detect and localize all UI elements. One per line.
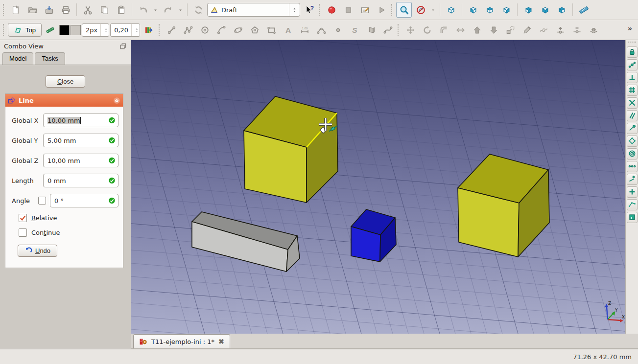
draft-add-point-button[interactable] [552,22,568,38]
macro-edit-button[interactable] [357,2,373,18]
float-panel-icon[interactable] [119,43,127,50]
snap-special-button[interactable] [627,136,638,147]
snap-dimensions-button[interactable] [627,199,638,210]
draft-wire-button[interactable] [180,22,196,38]
snap-midpoint-button[interactable] [627,59,638,70]
draft-circle-button[interactable] [197,22,213,38]
undo-task-button[interactable]: Undo [18,245,57,257]
draft-shape2dview-button[interactable] [586,22,601,38]
draft-settings-grip[interactable] [3,24,5,36]
snap-ortho-button[interactable] [627,161,638,172]
draft-delete-point-button[interactable] [569,22,585,38]
draft-rectangle-button[interactable] [263,22,279,38]
snap-lock-button[interactable] [627,46,638,58]
draft-dimension-button[interactable]: 1.00 [297,22,312,38]
draft-point-button[interactable] [330,22,346,38]
global-z-field[interactable]: 10,00 mm [43,154,118,167]
refresh-button[interactable] [190,2,206,18]
draft-tools-grip[interactable] [159,24,161,36]
draft-trimex-button[interactable] [452,22,468,38]
draft-ellipse-button[interactable] [230,22,246,38]
modify-tools-grip[interactable] [398,24,400,36]
macro-play-button[interactable] [374,2,389,18]
draft-move-button[interactable] [402,22,418,38]
global-y-field[interactable]: 5,00 mm [43,134,118,147]
draft-facebinder-button[interactable] [363,22,379,38]
relative-checkbox[interactable] [19,214,27,222]
macro-stop-button[interactable] [340,2,356,18]
snap-toolbar-grip[interactable] [628,42,636,44]
draft-offset-button[interactable] [436,22,451,38]
draft-bspline-button[interactable] [313,22,329,38]
snap-extension-button[interactable] [627,186,638,198]
draft-arc-button[interactable] [213,22,229,38]
snap-near-button[interactable] [627,174,638,185]
angle-field[interactable]: 0 ° [50,194,118,207]
undo-button[interactable] [135,2,151,18]
snap-endpoint-button[interactable] [627,123,638,134]
length-field[interactable]: 0 mm [43,174,118,187]
working-plane-button[interactable]: Top [8,23,42,37]
snap-perpendicular-button[interactable] [627,72,638,83]
global-x-field[interactable]: 10,00 mm [43,114,118,127]
draft-upgrade-button[interactable] [469,22,485,38]
construction-mode-button[interactable] [43,22,58,38]
3d-viewport[interactable]: ZYX [131,40,625,334]
macro-record-button[interactable] [324,2,339,18]
redo-button[interactable] [160,2,176,18]
draft-wire-to-bspline-button[interactable] [536,22,551,38]
right-view-button[interactable] [498,2,514,18]
face-color-swatch[interactable] [71,25,81,35]
macro-toolbar-grip[interactable] [319,4,321,16]
front-view-button[interactable] [465,2,481,18]
draft-edit-button[interactable] [519,22,535,38]
fit-all-button[interactable] [396,2,412,18]
line-color-swatch[interactable] [59,25,70,35]
file-toolbar-grip[interactable] [3,4,5,16]
text-scale-spinbox[interactable]: 0,20 [110,23,140,37]
snap-parallel-button[interactable] [627,110,638,121]
cut-button[interactable] [80,2,95,18]
document-tab-close-button[interactable]: ✖ [218,338,224,345]
collapse-panel-button[interactable] [113,97,120,104]
continue-checkbox[interactable] [19,228,27,237]
apply-style-button[interactable] [141,22,157,38]
line-width-spinbox[interactable]: 2px [82,23,109,37]
angle-lock-checkbox[interactable] [38,197,46,205]
draft-downgrade-button[interactable] [486,22,501,38]
snap-center-button[interactable] [627,148,638,159]
draft-rotate-button[interactable] [419,22,435,38]
snap-intersection-button[interactable] [627,97,638,109]
paste-button[interactable] [113,2,129,18]
top-view-button[interactable] [482,2,497,18]
draw-style-button[interactable] [413,2,428,18]
draft-line-button[interactable] [164,22,179,38]
tab-tasks[interactable]: Tasks [35,52,65,65]
measure-distance-button[interactable] [576,2,591,18]
print-button[interactable] [58,2,73,18]
draft-text-button[interactable]: A [280,22,296,38]
snap-grid-button[interactable] [627,85,638,96]
left-view-button[interactable] [554,2,569,18]
axonometric-view-button[interactable] [443,2,459,18]
whats-this-button[interactable]: ? [301,2,317,18]
tab-model[interactable]: Model [2,52,33,65]
view-toolbar-grip[interactable] [391,4,393,16]
save-button[interactable] [41,2,57,18]
draft-shapestring-button[interactable]: S [347,22,362,38]
document-tab[interactable]: T11-ejemplo-ini : 1* ✖ [133,334,230,348]
workbench-selector[interactable]: Draft [207,3,300,17]
open-document-button[interactable] [24,2,40,18]
toolbar-overflow-button[interactable]: » [628,24,636,35]
snap-workingplane-button[interactable] [627,212,638,223]
close-task-button[interactable]: Close [46,75,85,88]
draft-polygon-button[interactable] [247,22,262,38]
draw-style-dropdown[interactable] [429,2,437,18]
draft-bezier-button[interactable] [380,22,396,38]
draft-scale-button[interactable] [502,22,518,38]
copy-button[interactable] [96,2,112,18]
undo-history-dropdown[interactable] [152,2,159,18]
redo-history-dropdown[interactable] [177,2,184,18]
new-document-button[interactable] [8,2,24,18]
rear-view-button[interactable] [520,2,536,18]
